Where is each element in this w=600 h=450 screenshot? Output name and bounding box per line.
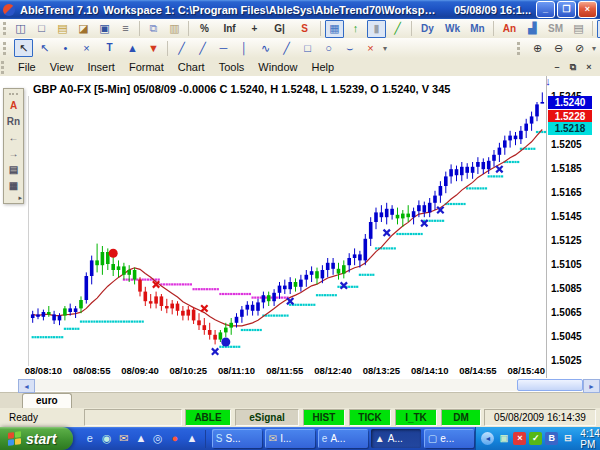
candlestick-icon[interactable]: ▮	[367, 20, 386, 38]
toolbar-grip[interactable]	[517, 42, 523, 55]
task-skype[interactable]: SS...	[212, 429, 262, 448]
open-icon[interactable]: ▤	[53, 20, 72, 38]
tab-euro[interactable]: euro	[22, 393, 72, 409]
new-window-icon[interactable]: □	[32, 20, 51, 38]
line-mode-icon[interactable]: ╱	[388, 20, 407, 38]
toolbar-overflow-icon[interactable]: ▾	[592, 44, 596, 53]
tray-printer-icon[interactable]: ⊟	[561, 432, 574, 445]
toolbar-grip[interactable]	[3, 42, 9, 55]
monthly-button[interactable]: Mn	[466, 20, 489, 38]
toolbar-grip[interactable]	[1, 61, 7, 74]
tray-security-icon[interactable]: ×	[513, 432, 526, 445]
scrollbar-track[interactable]	[35, 379, 517, 391]
quote-list-icon[interactable]: ▤	[569, 20, 588, 38]
segment-icon[interactable]: ╱	[277, 39, 296, 57]
analysis-button[interactable]: An	[498, 20, 521, 38]
print-icon[interactable]: ≡	[116, 20, 135, 38]
scroll-left-arrow-icon[interactable]: ◄	[18, 379, 35, 393]
percent-button[interactable]: %	[193, 20, 216, 38]
support-dot	[83, 321, 85, 323]
x-marker-icon[interactable]: ×	[77, 39, 96, 57]
weekly-button[interactable]: Wk	[441, 20, 464, 38]
minimize-button[interactable]: _	[536, 1, 555, 18]
analysis-a-button[interactable]: A	[6, 98, 21, 112]
task-ie[interactable]: eA...	[318, 429, 368, 448]
zigzag-icon[interactable]: ∿	[256, 39, 275, 57]
text-tool-button[interactable]: T	[98, 39, 121, 57]
hline-icon[interactable]: ─	[214, 39, 233, 57]
menu-window[interactable]: Window	[251, 59, 304, 75]
inf-button[interactable]: Inf	[218, 20, 241, 38]
support-dot	[356, 286, 358, 288]
paste-icon[interactable]: ▥	[165, 20, 184, 38]
bar-chart-icon[interactable]: ▟	[523, 20, 542, 38]
task-esignal[interactable]: ▢e...	[424, 429, 474, 448]
trend-up-icon[interactable]: ↑	[346, 20, 365, 38]
trendline-icon[interactable]: ╱	[172, 39, 191, 57]
zoom-in-icon[interactable]: ⊕	[528, 39, 547, 57]
menu-tools[interactable]: Tools	[212, 59, 252, 75]
sm-button[interactable]: SM	[544, 20, 567, 38]
zoom-off-icon[interactable]: ⊘	[570, 39, 589, 57]
child-restore-button[interactable]: ⧉	[567, 62, 579, 73]
scroll-right-arrow-icon[interactable]: ►	[583, 379, 600, 393]
toolbar-overflow-icon[interactable]: ▾	[383, 44, 387, 53]
tray-update-icon[interactable]: ✓	[529, 432, 542, 445]
menu-format[interactable]: Format	[122, 59, 171, 75]
toolbar-overflow-icon[interactable]: ▸	[18, 194, 22, 202]
ql-aim-icon[interactable]: ●	[168, 432, 181, 445]
task-abletrend[interactable]: ▲A...	[371, 429, 421, 448]
ray-line-icon[interactable]: ╱	[193, 39, 212, 57]
menu-view[interactable]: View	[43, 59, 81, 75]
chart-window-icon[interactable]: ◫	[11, 20, 30, 38]
toolbar-grip[interactable]	[3, 22, 6, 35]
tray-chevron-icon[interactable]: ◄	[481, 432, 494, 445]
data-window-icon[interactable]: ▤	[6, 162, 21, 176]
rect-tool-icon[interactable]: □	[298, 39, 317, 57]
ellipse-tool-icon[interactable]: ○	[319, 39, 338, 57]
menu-insert[interactable]: Insert	[80, 59, 122, 75]
child-close-button[interactable]: ×	[583, 62, 595, 73]
vline-icon[interactable]: │	[235, 39, 254, 57]
down-signal-icon[interactable]: ▼	[144, 39, 163, 57]
exit-icon[interactable]: ◪	[74, 20, 93, 38]
ql-abletrend-icon[interactable]: ▲	[134, 432, 147, 445]
menu-file[interactable]: File	[11, 59, 43, 75]
pointer-icon[interactable]: ↖	[14, 39, 33, 57]
ql-abletrend2-icon[interactable]: ▲	[185, 432, 198, 445]
menu-chart[interactable]: Chart	[171, 59, 212, 75]
chart-mode-icon[interactable]: ▦	[325, 20, 344, 38]
arc-tool-icon[interactable]: ⌣	[340, 39, 359, 57]
s-button[interactable]: S	[293, 20, 316, 38]
start-button[interactable]: start	[0, 427, 73, 450]
restore-button[interactable]: ❐	[557, 1, 576, 18]
up-signal-icon[interactable]: ▲	[123, 39, 142, 57]
menu-help[interactable]: Help	[304, 59, 341, 75]
scroll-right-button[interactable]: →	[6, 146, 21, 160]
close-button[interactable]: ×	[578, 1, 597, 18]
task-image-viewer[interactable]: ✉I...	[265, 429, 315, 448]
toolbar-grip[interactable]	[9, 93, 18, 95]
notes-icon[interactable]: ▦	[6, 178, 21, 192]
copy-icon[interactable]: ⧉	[144, 20, 163, 38]
ql-mail-icon[interactable]: ✉	[117, 432, 130, 445]
price-chart[interactable]: ↓1.52451.52251.52051.51851.51651.51451.5…	[0, 76, 600, 392]
tray-b-icon[interactable]: B	[545, 432, 558, 445]
ql-media-icon[interactable]: ◎	[151, 432, 164, 445]
rn-button[interactable]: Rn	[6, 114, 21, 128]
tray-network-icon[interactable]: ▣	[497, 432, 510, 445]
zoom-out-icon[interactable]: ⊖	[549, 39, 568, 57]
ql-ie-icon[interactable]: e	[83, 432, 96, 445]
erase-icon[interactable]: ×	[361, 39, 380, 57]
gap-button[interactable]: G|	[268, 20, 291, 38]
plus-button[interactable]: +	[243, 20, 266, 38]
save-icon[interactable]: ▣	[95, 20, 114, 38]
horizontal-scrollbar[interactable]: ◄ ►	[18, 379, 600, 391]
scrollbar-thumb[interactable]	[517, 379, 583, 391]
point-marker-icon[interactable]: •	[56, 39, 75, 57]
smart-pointer-icon[interactable]: ↖	[35, 39, 54, 57]
child-minimize-button[interactable]: –	[551, 62, 563, 73]
daily-button[interactable]: Dy	[416, 20, 439, 38]
ql-messenger-icon[interactable]: ◉	[100, 432, 113, 445]
scroll-left-button[interactable]: ←	[6, 130, 21, 144]
